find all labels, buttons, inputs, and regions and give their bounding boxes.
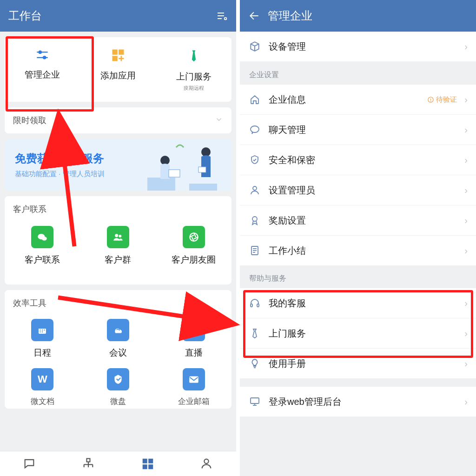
tile-calendar[interactable]: 日程: [5, 316, 80, 365]
workspace-header: 工作台: [0, 0, 236, 32]
tile-label: 上门服务: [176, 71, 212, 83]
tile-live[interactable]: LIVE 直播: [156, 316, 231, 365]
tab-contacts-icon[interactable]: [82, 457, 96, 471]
chevron-right-icon: ›: [464, 245, 468, 256]
tab-me-icon[interactable]: [200, 457, 214, 471]
tile-label: 管理企业: [25, 69, 60, 81]
tile-meeting[interactable]: 会议: [80, 316, 156, 365]
group3: 登录web管理后台 ›: [240, 387, 476, 416]
item-security[interactable]: 安全和保密 ›: [240, 145, 476, 175]
tile-label: 微盘: [110, 396, 126, 407]
person-icon: [248, 184, 261, 197]
svg-rect-25: [44, 330, 45, 331]
tools-section: 效率工具 日程 会议 LIVE 直播: [5, 290, 231, 409]
pending-badge: 待验证: [427, 95, 457, 104]
tab-workspace-icon[interactable]: [141, 457, 155, 471]
item-reward-settings[interactable]: 奖励设置 ›: [240, 205, 476, 236]
svg-point-20: [190, 233, 198, 241]
item-onsite-service[interactable]: 上门服务 ›: [240, 318, 476, 349]
svg-rect-51: [257, 304, 259, 307]
chevron-right-icon: ›: [464, 41, 468, 52]
chevron-right-icon: ›: [464, 155, 468, 165]
chevron-right-icon: ›: [464, 298, 468, 309]
chevron-down-icon: [215, 115, 223, 126]
customer-section-title: 客户联系: [13, 204, 46, 215]
aperture-icon: [183, 226, 205, 248]
phone-cloud-icon: [107, 319, 129, 341]
item-set-admin[interactable]: 设置管理员 ›: [240, 175, 476, 205]
item-enterprise-info[interactable]: 企业信息 待验证 ›: [240, 85, 476, 115]
group2: 我的客服 › 上门服务 › 使用手册 ›: [240, 288, 476, 378]
tile-wedrive[interactable]: 微盘: [80, 365, 156, 407]
doc-w-icon: W: [31, 368, 53, 390]
settings-icon[interactable]: [216, 10, 228, 22]
tile-add-app[interactable]: 添加应用: [80, 37, 156, 102]
tile-label: 客户联系: [25, 254, 60, 266]
tile-label: 会议: [109, 347, 127, 359]
svg-rect-29: [86, 458, 90, 462]
sliders-icon: [34, 48, 50, 63]
item-label: 奖励设置: [269, 214, 306, 227]
tile-onsite-service[interactable]: 上门服务 疫期远程: [156, 37, 231, 102]
award-icon: [248, 214, 261, 227]
tile-label: 客户群: [105, 254, 131, 266]
svg-rect-6: [119, 50, 124, 55]
svg-point-0: [225, 18, 227, 20]
calendar-icon: [31, 319, 53, 341]
svg-rect-36: [148, 458, 153, 463]
tile-label: 微文档: [31, 396, 54, 407]
chevron-right-icon: ›: [464, 397, 468, 407]
item-my-service[interactable]: 我的客服 ›: [240, 288, 476, 318]
svg-rect-22: [39, 327, 46, 329]
limited-section: 限时领取: [5, 107, 231, 133]
item-label: 设置管理员: [269, 184, 315, 197]
item-web-admin-login[interactable]: 登录web管理后台 ›: [240, 387, 476, 416]
item-label: 我的客服: [269, 297, 306, 310]
svg-point-44: [253, 186, 257, 190]
svg-rect-13: [169, 170, 180, 177]
limited-section-header[interactable]: 限时领取: [5, 107, 231, 133]
cube-icon: [248, 40, 261, 53]
svg-rect-15: [198, 167, 206, 172]
item-chat-management[interactable]: 聊天管理 ›: [240, 115, 476, 145]
svg-point-4: [43, 56, 46, 59]
item-device-management[interactable]: 设备管理 ›: [240, 32, 476, 62]
item-label: 安全和保密: [269, 154, 315, 166]
headset-icon: [248, 297, 261, 310]
add-app-icon: [111, 48, 125, 64]
limited-title: 限时领取: [13, 115, 46, 126]
svg-rect-10: [147, 178, 175, 191]
item-label: 企业信息: [269, 93, 306, 106]
group-enterprise-settings: 企业设置: [240, 62, 476, 85]
tile-customer-moments[interactable]: 客户朋友圈: [156, 222, 231, 276]
chevron-right-icon: ›: [464, 328, 468, 339]
svg-rect-26: [40, 331, 41, 332]
tile-customer-contact[interactable]: 客户联系: [5, 222, 80, 276]
tile-enterprise-mail[interactable]: 企业邮箱: [156, 365, 231, 407]
tools-section-title: 效率工具: [13, 298, 46, 309]
item-user-manual[interactable]: 使用手册 ›: [240, 349, 476, 378]
svg-rect-11: [189, 184, 217, 191]
svg-rect-27: [42, 331, 43, 332]
svg-point-45: [252, 217, 257, 221]
doc-icon: [248, 244, 261, 257]
manage-title: 管理企业: [268, 8, 312, 23]
monitor-icon: [248, 395, 261, 408]
item-label: 登录web管理后台: [269, 396, 342, 408]
svg-rect-38: [148, 464, 153, 469]
group-help-service: 帮助与服务: [240, 265, 476, 288]
tile-customer-group[interactable]: 客户群: [80, 222, 156, 276]
promo-banner[interactable]: 免费获取上门服务 基础功能配置 · 管理人员培训: [5, 139, 231, 191]
tile-manage-enterprise[interactable]: 管理企业: [5, 37, 80, 102]
svg-point-18: [115, 234, 118, 237]
back-icon[interactable]: [248, 10, 260, 22]
manage-enterprise-screen: 管理企业 设备管理 › 企业设置 企业信息 待验证 › 聊天管理 ›: [238, 0, 476, 476]
item-work-summary[interactable]: 工作小结 ›: [240, 236, 476, 265]
svg-rect-7: [112, 56, 117, 61]
tile-wedoc[interactable]: W 微文档: [5, 365, 80, 407]
tab-message-icon[interactable]: [23, 457, 37, 471]
group1: 企业信息 待验证 › 聊天管理 › 安全和保密 › 设置管理员 ›: [240, 85, 476, 265]
manage-header: 管理企业: [240, 0, 476, 32]
top-tiles-card: 管理企业 添加应用 上门服务 疫期远程: [5, 37, 231, 102]
bulb-icon: [248, 357, 261, 370]
